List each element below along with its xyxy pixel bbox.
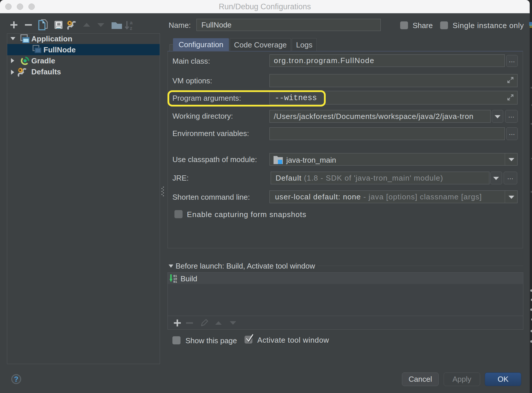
svg-text:a: a [130, 20, 133, 25]
svg-text:01: 01 [173, 280, 177, 284]
svg-text:z: z [130, 25, 132, 31]
